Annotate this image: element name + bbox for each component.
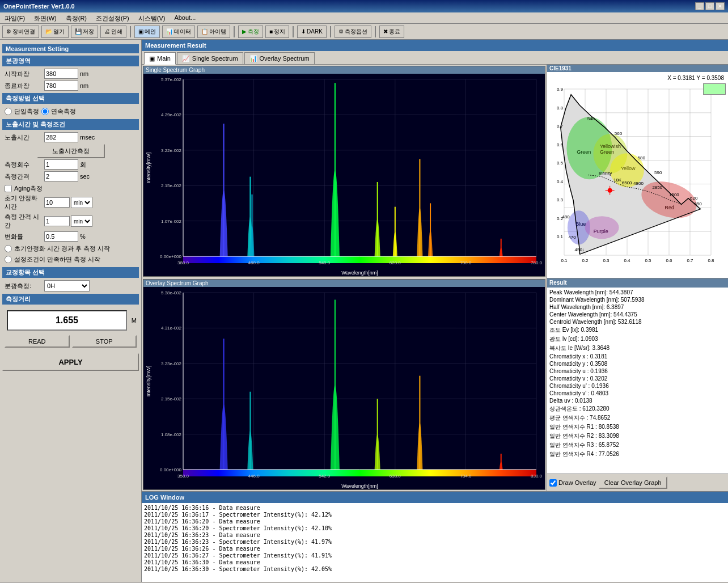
menu-settings[interactable]: 조건설정(P) (94, 14, 132, 22)
result-item: 일반 연색지수 R2 : 83.3098 (549, 432, 726, 441)
toolbar-measure-options[interactable]: ⚙측정옵션 (335, 26, 371, 38)
close-btn[interactable]: ✕ (716, 2, 725, 10)
window-title: OnePointTester Ver1.0.0 (3, 3, 75, 10)
method-single-radio[interactable] (5, 108, 12, 115)
tab-main-icon: ▣ (149, 55, 155, 62)
result-item: Center Wavelength [nm]: 544.4375 (549, 311, 726, 318)
count-label: 측정회수 (5, 160, 44, 169)
toolbar-save[interactable]: 💾저장 (71, 26, 98, 38)
title-bar-controls: _ □ ✕ (695, 2, 725, 10)
result-item: Delta uv : 0.0138 (549, 397, 726, 404)
single-spectrum-canvas (143, 74, 545, 276)
toolbar-measure[interactable]: ▶측정 (238, 26, 263, 38)
aging-row: Aging측정 (2, 183, 139, 194)
toolbar-open[interactable]: 📂열기 (41, 26, 69, 38)
method-continuous-radio[interactable] (41, 108, 49, 115)
when-condition-radio[interactable] (5, 256, 12, 263)
initial-stable-unit-select[interactable]: min (71, 197, 92, 208)
result-content: Peak Wavelength [nm]: 544.3807Dominant W… (547, 288, 728, 474)
change-row: 변화률 % (2, 231, 139, 242)
stop-icon: ■ (269, 28, 273, 35)
initial-stable-input[interactable] (44, 197, 70, 208)
start-wavelength-input[interactable] (44, 69, 78, 79)
measurement-result: Measurement Result ▣ Main 📈 Single Spect… (142, 40, 728, 491)
toolbar-separator3 (293, 26, 294, 37)
change-input[interactable] (44, 231, 78, 242)
cie-canvas (547, 72, 728, 278)
end-wavelength-input[interactable] (44, 81, 78, 91)
tab-overlay-spectrum[interactable]: 📊 Overlay Spectrum (244, 52, 315, 65)
result-item: Chromaticity u' : 0.1936 (549, 382, 726, 390)
toolbar-data[interactable]: 📊데이터 (162, 26, 195, 38)
measure-interval-unit-select[interactable]: min (71, 216, 92, 227)
calibration-section: 교정항목 선택 (2, 267, 139, 278)
exposure-input[interactable] (44, 132, 78, 142)
exposure-unit: msec (80, 134, 95, 141)
print-icon: 🖨 (104, 28, 110, 35)
right-content: Measurement Result ▣ Main 📈 Single Spect… (142, 40, 728, 582)
tab-overlay-label: Overlay Spectrum (260, 55, 310, 62)
exit-icon: ✖ (383, 28, 388, 35)
item-icon: 📋 (201, 28, 208, 35)
options-icon: ⚙ (338, 28, 344, 35)
minimize-btn[interactable]: _ (695, 2, 704, 10)
menu-file[interactable]: 파일(F) (2, 14, 27, 22)
menu-screen[interactable]: 화면(W) (32, 14, 59, 22)
spectro-row: 분광측정: 0H (2, 280, 139, 292)
clear-overlay-btn[interactable]: Clear Overlay Graph (599, 476, 667, 489)
interval-input[interactable] (44, 171, 78, 181)
count-row: 측정회수 회 (2, 159, 139, 170)
when-condition-row: 설정조건이 만족하면 측정 시작 (2, 254, 139, 265)
method-section: 측정방법 선택 (2, 93, 139, 104)
menu-about[interactable]: About... (172, 14, 198, 22)
spectro-label: 분광측정: (5, 282, 44, 290)
toolbar-main[interactable]: ▣메인 (134, 26, 160, 38)
toolbar-item[interactable]: 📋아이템 (197, 26, 230, 38)
toolbar-exit[interactable]: ✖종료 (379, 26, 404, 38)
interval-row: 측정간격 sec (2, 171, 139, 181)
result-item: Chromaticity x : 0.3181 (549, 353, 726, 360)
result-item: Peak Wavelength [nm]: 544.3807 (549, 289, 726, 296)
log-window: LOG Window 2011/10/25 16:36:16 - Data me… (142, 491, 728, 582)
menu-system[interactable]: 시스템(V) (136, 14, 168, 22)
result-item: 일반 연색지수 R4 : 77.0526 (549, 450, 726, 459)
start-wavelength-row: 시작파장 nm (2, 69, 139, 79)
distance-section: 측정거리 (2, 294, 139, 305)
exposure-row: 노출시간 msec (2, 132, 139, 142)
aging-checkbox[interactable] (5, 185, 12, 192)
count-input[interactable] (44, 159, 78, 170)
tab-main[interactable]: ▣ Main (144, 52, 176, 65)
result-item: 복사도 Ie [W/sr]: 3.3648 (549, 344, 726, 353)
apply-btn[interactable]: APPLY (2, 353, 139, 371)
toolbar-device-connect[interactable]: ⚙장비연결 (2, 26, 39, 38)
tab-single-spectrum[interactable]: 📈 Single Spectrum (177, 52, 243, 65)
toolbar-print[interactable]: 🖨인쇄 (100, 26, 126, 38)
result-item: 평균 연색지수 : 74.8652 (549, 413, 726, 423)
toolbar-separator4 (330, 26, 331, 37)
maximize-btn[interactable]: □ (705, 2, 714, 10)
after-stable-row: 초기안정화 시간 경과 후 측정 시작 (2, 243, 139, 254)
toolbar-separator5 (375, 26, 376, 37)
after-stable-radio[interactable] (5, 245, 12, 252)
charts-left: Single Spectrum Graph Overlay Spectrum G… (142, 65, 547, 491)
log-content: 2011/10/25 16:36:16 - Data measure2011/1… (142, 503, 728, 582)
menu-bar: 파일(F) 화면(W) 측정(R) 조건설정(P) 시스템(V) About..… (0, 12, 728, 24)
stop-btn[interactable]: STOP (72, 335, 137, 348)
interval-unit: sec (80, 173, 90, 180)
spectrum-section: 분광영역 (2, 56, 139, 66)
toolbar-separator (130, 26, 131, 37)
spectro-select[interactable]: 0H (44, 280, 90, 292)
toolbar-stop[interactable]: ■정지 (265, 26, 289, 38)
result-item: 조도 Ev [lx]: 0.3981 (549, 326, 726, 335)
menu-measure[interactable]: 측정(R) (64, 14, 89, 22)
draw-overlay-checkbox[interactable] (549, 479, 557, 487)
read-btn[interactable]: READ (5, 335, 70, 348)
log-entry: 2011/10/25 16:36:23 - Data measure (144, 531, 726, 538)
exposure-section: 노출시간 및 측정조건 (2, 119, 139, 130)
method-radio-row: 단일측정 연속측정 (2, 106, 139, 117)
tab-overlay-icon: 📊 (249, 55, 257, 62)
log-entry: 2011/10/25 16:36:27 - Spectrometer Inten… (144, 552, 726, 559)
exposure-measure-btn[interactable]: 노출시간측정 (37, 144, 105, 158)
measure-interval-input[interactable] (44, 216, 70, 226)
toolbar-dark[interactable]: ⬇DARK (297, 26, 327, 38)
